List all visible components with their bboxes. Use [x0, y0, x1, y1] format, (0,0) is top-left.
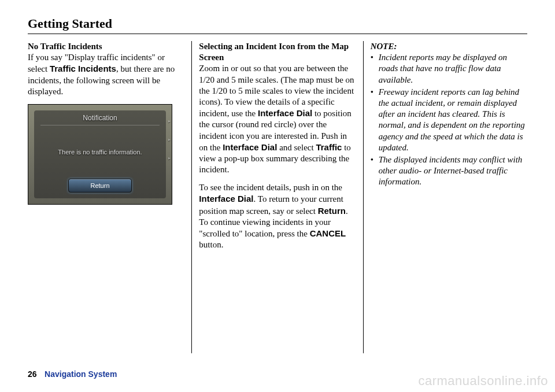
text: button.	[199, 240, 223, 249]
col2-paragraph-2: To see the incident details, push in on …	[199, 182, 356, 250]
page-footer: 26 Navigation System	[28, 369, 117, 379]
column-1: No Traffic Incidents If you say "Display…	[28, 41, 192, 353]
notification-dialog: Notification There is no traffic informa…	[34, 110, 166, 198]
side-indicators: ▸▸▸	[168, 119, 171, 162]
note-item-2: Freeway incident reports can lag behind …	[371, 87, 527, 153]
column-2: Selecting an Incident Icon from the Map …	[192, 41, 363, 353]
note-label: NOTE:	[371, 42, 397, 51]
bold-return: Return	[318, 206, 346, 216]
bold-cancel: CANCEL	[310, 228, 346, 238]
bold-traffic-incidents: Traffic Incidents	[50, 64, 116, 73]
bold-interface-dial: Interface Dial	[199, 194, 253, 204]
text: and select	[277, 143, 316, 152]
page-title: Getting Started	[28, 16, 527, 34]
col1-paragraph: If you say "Display traffic incidents" o…	[28, 52, 184, 97]
bold-interface-dial: Interface Dial	[223, 142, 277, 152]
column-3: NOTE: Incident reports may be displayed …	[364, 41, 527, 353]
content-columns: No Traffic Incidents If you say "Display…	[28, 41, 527, 353]
col2-heading: Selecting an Incident Icon from the Map …	[199, 41, 356, 63]
text: To see the incident details, push in on …	[199, 183, 342, 192]
note-heading: NOTE:	[371, 41, 527, 52]
note-item-3: The displayed incidents may conflict wit…	[371, 154, 527, 188]
note-list: Incident reports may be displayed on roa…	[371, 52, 527, 187]
page-number: 26	[28, 369, 37, 379]
col2-paragraph-1: Zoom in or out so that you are between t…	[199, 63, 356, 175]
bold-traffic: Traffic	[316, 142, 342, 152]
return-button[interactable]: Return	[68, 179, 132, 193]
watermark: carmanualsonline.info	[418, 373, 548, 389]
notification-title: Notification	[40, 110, 159, 125]
note-item-1: Incident reports may be displayed on roa…	[371, 52, 527, 86]
col1-heading: No Traffic Incidents	[28, 41, 184, 52]
system-label: Navigation System	[45, 369, 117, 379]
notification-message: There is no traffic information.	[58, 125, 142, 179]
bold-interface-dial: Interface Dial	[258, 108, 312, 118]
notification-screenshot: ▸▸▸ Notification There is no traffic inf…	[28, 104, 172, 205]
